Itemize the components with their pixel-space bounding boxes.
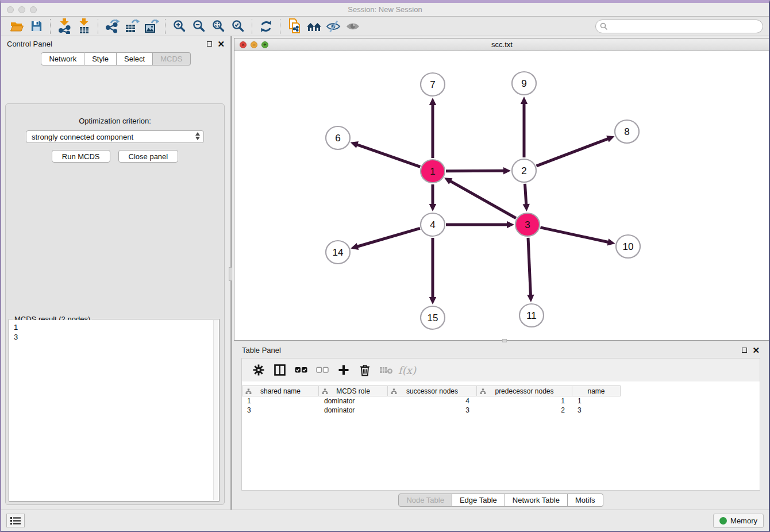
cell-name[interactable]: 1 <box>572 397 621 405</box>
svg-text:2: 2 <box>521 165 526 176</box>
cell-shared-name[interactable]: 1 <box>242 397 319 405</box>
cell-mcds-role[interactable]: dominator <box>319 397 388 405</box>
application-window: Session: New Session <box>0 0 770 532</box>
delete-column-button[interactable] <box>354 361 375 379</box>
graph-node-11[interactable]: 11 <box>519 304 544 327</box>
select-all-rows-button[interactable] <box>290 361 311 379</box>
cell-mcds-role[interactable]: dominator <box>319 406 388 414</box>
graph-node-14[interactable]: 14 <box>326 241 350 264</box>
tab-node-table[interactable]: Node Table <box>398 494 452 507</box>
network-graph[interactable]: 7968124314101511 <box>234 52 769 340</box>
show-all-button[interactable] <box>343 18 363 35</box>
save-session-button[interactable] <box>26 18 46 35</box>
hide-selected-button[interactable] <box>324 18 343 35</box>
network-window-titlebar[interactable]: × − + scc.txt <box>234 38 769 51</box>
graph-node-9[interactable]: 9 <box>512 72 536 95</box>
memory-button[interactable]: Memory <box>713 514 764 528</box>
tab-network[interactable]: Network <box>41 52 84 65</box>
mcds-result-box: MCDS result (2 nodes) 1 3 <box>9 319 220 502</box>
column-header-mcds-role[interactable]: MCDS role <box>319 385 388 396</box>
export-image-button[interactable] <box>141 18 161 35</box>
main-toolbar <box>1 17 769 36</box>
graph-node-1[interactable]: 1 <box>421 160 445 183</box>
cell-successor-nodes[interactable]: 4 <box>388 397 477 405</box>
memory-status-icon <box>719 517 727 525</box>
save-icon <box>30 20 43 32</box>
tab-style[interactable]: Style <box>84 52 117 65</box>
search-input[interactable] <box>595 20 763 33</box>
float-table-panel-icon[interactable] <box>742 348 747 353</box>
close-panel-button[interactable]: Close panel <box>118 150 179 163</box>
graph-node-3[interactable]: 3 <box>515 213 540 236</box>
criterion-dropdown[interactable]: strongly connected component <box>26 130 204 143</box>
tab-edge-table[interactable]: Edge Table <box>452 494 505 507</box>
window-resize-handle[interactable] <box>502 339 507 342</box>
graph-node-2[interactable]: 2 <box>512 159 536 182</box>
import-network-button[interactable] <box>55 18 74 35</box>
cell-successor-nodes[interactable]: 3 <box>388 406 477 414</box>
graph-node-4[interactable]: 4 <box>421 213 445 236</box>
cell-name[interactable]: 3 <box>572 406 621 414</box>
cell-predecessor-nodes[interactable]: 2 <box>477 406 572 414</box>
delete-table-icon <box>379 365 393 375</box>
table-header-row: shared name MCDS role successor nodes <box>242 385 760 396</box>
mcds-result-list[interactable]: 1 3 <box>10 320 218 500</box>
search-container <box>595 20 763 33</box>
add-column-button[interactable] <box>333 361 354 379</box>
zoom-selected-button[interactable] <box>228 18 248 35</box>
column-header-name[interactable]: name <box>572 385 621 396</box>
cell-predecessor-nodes[interactable]: 1 <box>477 397 572 405</box>
zoom-out-icon <box>192 20 206 33</box>
toolbar-separator <box>50 19 51 34</box>
graph-node-6[interactable]: 6 <box>326 126 350 149</box>
duplicate-network-button[interactable] <box>284 18 304 35</box>
tab-motifs[interactable]: Motifs <box>568 494 603 507</box>
network-window-title: scc.txt <box>234 40 769 49</box>
cell-shared-name[interactable]: 3 <box>242 406 319 414</box>
show-columns-button[interactable] <box>269 361 290 379</box>
close-panel-icon[interactable]: ✕ <box>217 40 225 48</box>
delete-table-button[interactable] <box>375 361 396 379</box>
title-bar: Session: New Session <box>1 3 769 17</box>
unselect-all-icon <box>316 367 329 373</box>
export-table-button[interactable] <box>122 18 141 35</box>
close-table-panel-icon[interactable]: ✕ <box>752 346 760 354</box>
table-settings-button[interactable] <box>248 361 269 379</box>
float-panel-icon[interactable] <box>207 41 212 47</box>
first-neighbors-button[interactable] <box>304 18 324 35</box>
graph-node-7[interactable]: 7 <box>421 73 445 96</box>
svg-text:10: 10 <box>623 241 634 252</box>
zoom-out-button[interactable] <box>189 18 209 35</box>
zoom-fit-button[interactable] <box>209 18 228 35</box>
zoom-in-button[interactable] <box>170 18 189 35</box>
table-row[interactable]: 1 dominator 4 1 1 <box>242 396 760 406</box>
tab-network-table[interactable]: Network Table <box>505 494 568 507</box>
result-scrollbar[interactable] <box>213 320 218 500</box>
control-panel-tabs: Network Style Select MCDS <box>1 52 230 65</box>
graph-node-15[interactable]: 15 <box>421 306 445 329</box>
svg-text:7: 7 <box>430 79 435 90</box>
zoom-selected-icon <box>232 20 245 33</box>
column-header-shared-name[interactable]: shared name <box>242 385 319 396</box>
svg-text:15: 15 <box>428 313 438 323</box>
table-row[interactable]: 3 dominator 3 2 3 <box>242 406 760 415</box>
select-all-icon <box>295 367 307 373</box>
export-network-button[interactable] <box>102 18 122 35</box>
import-table-button[interactable] <box>74 18 94 35</box>
column-header-successor-nodes[interactable]: successor nodes <box>388 385 477 396</box>
import-network-icon <box>58 18 71 34</box>
import-table-icon <box>78 18 91 34</box>
network-canvas[interactable]: 7968124314101511 <box>234 52 769 340</box>
refresh-button[interactable] <box>256 18 276 35</box>
graph-node-10[interactable]: 10 <box>616 235 640 258</box>
task-history-button[interactable] <box>6 514 25 527</box>
tab-select[interactable]: Select <box>117 52 153 65</box>
unselect-all-rows-button[interactable] <box>311 361 333 379</box>
tab-mcds[interactable]: MCDS <box>153 52 190 65</box>
apply-function-button[interactable]: f(x) <box>396 361 418 379</box>
control-panel: Control Panel ✕ Network Style Select MCD… <box>1 36 230 510</box>
open-session-button[interactable] <box>7 18 26 35</box>
run-mcds-button[interactable]: Run MCDS <box>52 150 110 163</box>
column-header-predecessor-nodes[interactable]: predecessor nodes <box>477 385 572 396</box>
graph-node-8[interactable]: 8 <box>615 120 639 143</box>
